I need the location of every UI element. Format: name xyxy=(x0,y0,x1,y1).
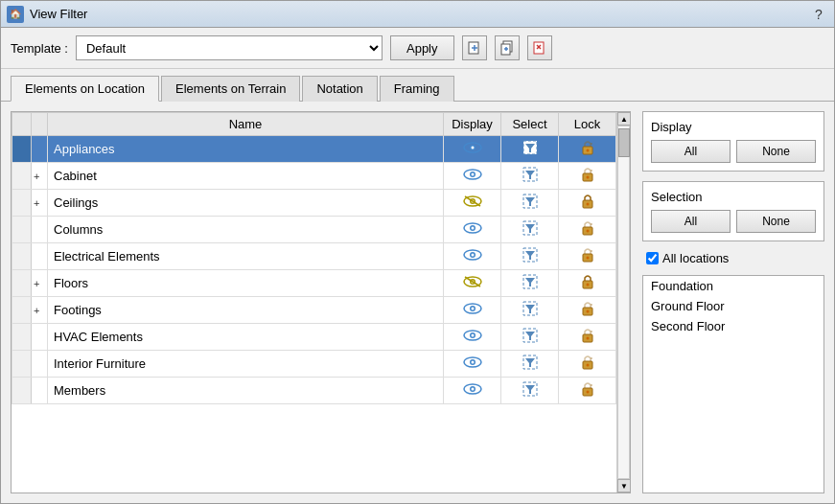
filter-icon xyxy=(522,247,538,263)
tab-elements-on-terrain[interactable]: Elements on Terrain xyxy=(161,76,300,102)
tab-elements-on-location[interactable]: Elements on Location xyxy=(11,76,159,102)
all-locations-row: All locations xyxy=(642,251,824,265)
display-none-button[interactable]: None xyxy=(736,140,816,163)
select-toggle[interactable] xyxy=(501,217,559,243)
row-name: Interior Furniture xyxy=(48,351,444,378)
filter-icon xyxy=(522,328,538,343)
expand-button[interactable] xyxy=(32,243,48,270)
expand-button[interactable] xyxy=(32,378,48,404)
display-toggle[interactable] xyxy=(444,136,501,163)
expand-button[interactable] xyxy=(32,217,48,243)
elements-table-panel: Name Display Select Lock Appliances +Cab… xyxy=(11,111,631,493)
lock-toggle[interactable] xyxy=(559,217,616,243)
tab-notation[interactable]: Notation xyxy=(302,76,377,102)
display-toggle[interactable] xyxy=(444,351,501,378)
eye-icon xyxy=(463,302,482,315)
new-template-button[interactable] xyxy=(462,35,487,60)
select-toggle[interactable] xyxy=(501,270,559,297)
elements-table: Name Display Select Lock Appliances +Cab… xyxy=(12,112,616,404)
expand-button[interactable]: + xyxy=(32,297,48,324)
table-scrollbar[interactable]: ▲ ▼ xyxy=(616,112,630,493)
table-row[interactable]: Members xyxy=(12,378,616,404)
select-toggle[interactable] xyxy=(501,163,559,190)
display-toggle[interactable] xyxy=(444,190,501,217)
svg-point-63 xyxy=(586,310,589,313)
display-toggle[interactable] xyxy=(444,270,501,297)
table-row[interactable]: +Floors xyxy=(12,270,616,297)
lock-toggle[interactable] xyxy=(559,378,616,404)
row-number xyxy=(12,297,32,324)
help-button[interactable]: ? xyxy=(809,5,828,24)
lock-toggle[interactable] xyxy=(559,136,616,163)
lock-icon xyxy=(580,219,595,237)
display-all-button[interactable]: All xyxy=(651,140,731,163)
selection-none-button[interactable]: None xyxy=(736,210,816,233)
display-toggle[interactable] xyxy=(444,297,501,324)
delete-template-button[interactable] xyxy=(527,35,552,60)
scroll-up-arrow[interactable]: ▲ xyxy=(617,112,630,126)
template-select[interactable]: Default xyxy=(76,35,383,60)
copy-template-button[interactable] xyxy=(495,35,520,60)
select-toggle[interactable] xyxy=(501,190,559,217)
selection-all-button[interactable]: All xyxy=(651,210,731,233)
lock-icon xyxy=(580,300,595,317)
lock-toggle[interactable] xyxy=(559,351,616,378)
all-locations-checkbox[interactable] xyxy=(646,252,659,264)
lock-toggle[interactable] xyxy=(559,243,616,270)
table-row[interactable]: Appliances xyxy=(12,136,616,163)
display-section: Display All None xyxy=(642,111,824,172)
select-toggle[interactable] xyxy=(501,378,559,404)
filter-icon xyxy=(522,140,538,155)
lock-toggle[interactable] xyxy=(559,297,616,324)
svg-point-12 xyxy=(471,147,474,149)
table-row[interactable]: +Ceilings xyxy=(12,190,616,217)
table-row[interactable]: Interior Furniture xyxy=(12,351,616,378)
svg-point-48 xyxy=(586,257,589,260)
display-toggle[interactable] xyxy=(444,243,501,270)
col-name: Name xyxy=(48,113,444,136)
expand-button[interactable]: + xyxy=(32,270,48,297)
lock-toggle[interactable] xyxy=(559,324,616,351)
apply-button[interactable]: Apply xyxy=(390,35,454,60)
select-toggle[interactable] xyxy=(501,324,559,351)
svg-point-66 xyxy=(471,334,474,337)
scroll-down-arrow[interactable]: ▼ xyxy=(617,479,630,493)
select-toggle[interactable] xyxy=(501,243,559,270)
display-toggle[interactable] xyxy=(444,378,501,404)
expand-button[interactable]: + xyxy=(32,163,48,190)
tab-framing[interactable]: Framing xyxy=(380,76,454,102)
eye-icon xyxy=(463,141,482,154)
lock-toggle[interactable] xyxy=(559,270,616,297)
display-toggle[interactable] xyxy=(444,163,501,190)
select-toggle[interactable] xyxy=(501,136,559,163)
locations-list[interactable]: FoundationGround FloorSecond Floor xyxy=(642,275,824,493)
row-name: Cabinet xyxy=(48,163,444,190)
display-toggle[interactable] xyxy=(444,217,501,243)
row-name: Columns xyxy=(48,217,444,243)
expand-button[interactable]: + xyxy=(32,190,48,217)
expand-button[interactable] xyxy=(32,136,48,163)
display-toggle[interactable] xyxy=(444,324,501,351)
location-item[interactable]: Foundation xyxy=(643,276,823,296)
app-icon: 🏠 xyxy=(7,6,24,23)
table-row[interactable]: Columns xyxy=(12,217,616,243)
table-row[interactable]: +Footings xyxy=(12,297,616,324)
svg-point-32 xyxy=(586,203,589,206)
table-row[interactable]: +Cabinet xyxy=(12,163,616,190)
expand-button[interactable] xyxy=(32,351,48,378)
filter-icon xyxy=(522,381,538,397)
lock-toggle[interactable] xyxy=(559,190,616,217)
select-toggle[interactable] xyxy=(501,297,559,324)
lock-toggle[interactable] xyxy=(559,163,616,190)
scroll-thumb[interactable] xyxy=(618,128,630,157)
table-row[interactable]: Electrical Elements xyxy=(12,243,616,270)
location-item[interactable]: Second Floor xyxy=(643,316,823,336)
row-number xyxy=(12,270,32,297)
location-item[interactable]: Ground Floor xyxy=(643,296,823,316)
select-toggle[interactable] xyxy=(501,351,559,378)
table-container[interactable]: Name Display Select Lock Appliances +Cab… xyxy=(12,112,616,493)
expand-button[interactable] xyxy=(32,324,48,351)
scroll-track[interactable] xyxy=(617,126,630,479)
table-row[interactable]: HVAC Elements xyxy=(12,324,616,351)
eye-icon xyxy=(463,248,482,262)
